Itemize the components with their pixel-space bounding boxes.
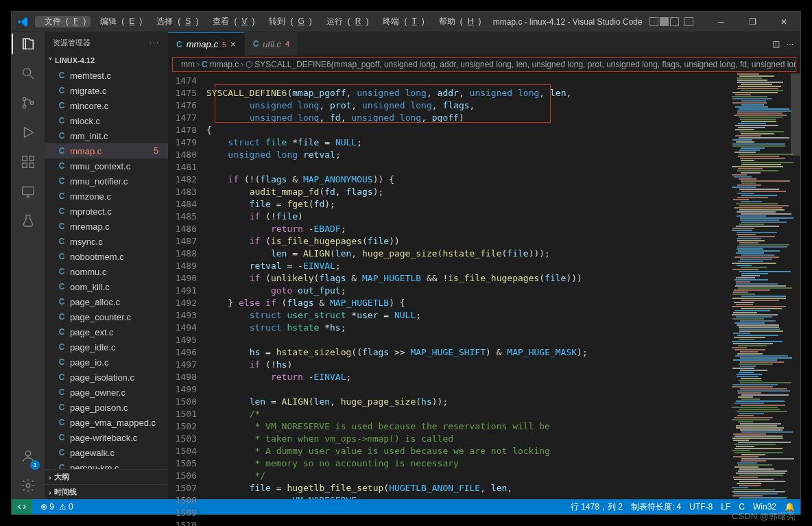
c-file-icon: C (57, 282, 67, 291)
c-file-icon: C (176, 40, 182, 49)
status-bar: ⊗ 9 ⚠ 0 行 1478，列 2 制表符长度: 4 UTF-8 LF C W… (12, 499, 800, 514)
titlebar: 文件(F) 编辑(E) 选择(S) 查看(V) 转到(G) 运行(R) 终端(T… (12, 12, 800, 32)
sidebar-folder-header[interactable]: ˅ LINUX-4.12 (45, 53, 168, 68)
status-problems[interactable]: ⊗ 9 ⚠ 0 (40, 502, 73, 512)
editor-tab[interactable]: Cmmap.c5× (168, 32, 245, 56)
file-item[interactable]: Cpage_idle.c (45, 339, 168, 355)
status-eol[interactable]: LF (721, 502, 730, 512)
sidebar-outline[interactable]: ›大纲 (45, 469, 168, 484)
minimap-slider[interactable] (791, 73, 800, 156)
c-file-icon: C (57, 191, 67, 201)
breadcrumbs[interactable]: mm › C mmap.c › ⬡ SYSCALL_DEFINE6(mmap_p… (172, 57, 796, 72)
menu-file[interactable]: 文件(F) (35, 16, 91, 27)
file-item[interactable]: Cpage_io.c (45, 355, 168, 370)
activity-account-icon[interactable]: 1 (21, 449, 36, 466)
file-item[interactable]: Cmemtest.c (45, 68, 168, 83)
file-item[interactable]: Cmlock.c (45, 113, 168, 128)
file-item[interactable]: Cnobootmem.c (45, 249, 168, 264)
file-item[interactable]: Cpage_ext.c (45, 324, 168, 339)
file-tree[interactable]: Cmemtest.cCmigrate.cCmincore.cCmlock.cCm… (45, 68, 168, 469)
file-item[interactable]: Cpage_poison.c (45, 400, 168, 415)
file-item[interactable]: Cmmu_context.c (45, 158, 168, 174)
menu-help[interactable]: 帮助(H) (429, 16, 486, 27)
maximize-button[interactable]: ❐ (739, 12, 766, 32)
c-file-icon: C (253, 39, 259, 49)
svg-rect-6 (23, 163, 27, 167)
activity-search-icon[interactable] (21, 66, 36, 83)
status-indentation[interactable]: 制表符长度: 4 (631, 501, 681, 513)
layout-controls[interactable] (649, 17, 693, 26)
line-number-gutter[interactable]: 1474 1475 1476 1477 1478 1479 1480 1481 … (168, 73, 206, 499)
problems-count: 5 (154, 146, 158, 156)
c-file-icon: C (57, 131, 67, 141)
file-item[interactable]: Cnommu.c (45, 264, 168, 279)
menu-view[interactable]: 查看(V) (203, 16, 259, 27)
file-item[interactable]: Cmm_init.c (45, 128, 168, 143)
close-button[interactable]: ✕ (770, 12, 798, 32)
svg-rect-4 (23, 156, 27, 160)
file-item[interactable]: Cmmap.c5 (45, 143, 168, 158)
minimap[interactable] (732, 73, 800, 499)
status-encoding[interactable]: UTF-8 (689, 502, 713, 512)
menu-selection[interactable]: 选择(S) (147, 16, 203, 27)
sidebar-explorer: 资源管理器 ··· ˅ LINUX-4.12 Cmemtest.cCmigrat… (45, 32, 168, 499)
file-item[interactable]: Cmigrate.c (45, 83, 168, 98)
file-item[interactable]: Cpage_vma_mapped.c (45, 415, 168, 430)
activity-debug-icon[interactable] (21, 125, 36, 142)
tab-close-icon[interactable]: × (230, 39, 236, 49)
activity-settings-icon[interactable] (21, 478, 36, 495)
menu-terminal[interactable]: 终端(T) (373, 16, 429, 27)
split-editor-icon[interactable]: ◫ (772, 39, 780, 49)
svg-point-1 (23, 97, 26, 101)
file-item[interactable]: Cpage_isolation.c (45, 370, 168, 385)
svg-point-0 (23, 69, 31, 76)
file-item[interactable]: Cpage_counter.c (45, 309, 168, 324)
editor-tab[interactable]: Cutil.c4 (245, 32, 299, 56)
sidebar-timeline[interactable]: ›时间线 (45, 484, 168, 499)
minimize-button[interactable]: ─ (707, 12, 735, 32)
file-item[interactable]: Cmremap.c (45, 219, 168, 234)
file-item[interactable]: Cmsync.c (45, 234, 168, 249)
code-content[interactable]: SYSCALL_DEFINE6(mmap_pgoff, unsigned lon… (206, 73, 732, 499)
file-item[interactable]: Coom_kill.c (45, 279, 168, 294)
status-remote[interactable] (12, 499, 32, 514)
account-badge: 1 (30, 460, 40, 470)
activity-extensions-icon[interactable] (21, 154, 36, 171)
file-item[interactable]: Cpercpu-km.c (45, 460, 168, 469)
highlight-annotation (215, 84, 551, 123)
c-file-icon: C (202, 60, 208, 69)
sidebar-title: 资源管理器 ··· (45, 32, 168, 53)
c-file-icon: C (57, 372, 67, 382)
activity-bar: 1 (12, 32, 45, 499)
c-file-icon: C (57, 86, 67, 95)
c-file-icon: C (57, 312, 67, 322)
menu-edit[interactable]: 编辑(E) (91, 16, 147, 27)
file-item[interactable]: Cmmu_notifier.c (45, 174, 168, 189)
c-file-icon: C (57, 206, 67, 216)
menu-run[interactable]: 运行(R) (317, 16, 374, 27)
menu-go[interactable]: 转到(G) (259, 16, 316, 27)
c-file-icon: C (57, 71, 67, 80)
file-item[interactable]: Cmincore.c (45, 98, 168, 113)
file-item[interactable]: Cpage-writeback.c (45, 430, 168, 445)
c-file-icon: C (57, 418, 67, 427)
activity-remote-icon[interactable] (21, 184, 36, 201)
c-file-icon: C (57, 297, 67, 307)
activity-scm-icon[interactable] (21, 95, 36, 112)
file-item[interactable]: Cpagewalk.c (45, 445, 168, 460)
c-file-icon: C (57, 342, 67, 352)
file-item[interactable]: Cpage_alloc.c (45, 294, 168, 309)
svg-point-9 (25, 451, 30, 456)
svg-point-10 (26, 483, 30, 488)
activity-explorer-icon[interactable] (21, 36, 36, 53)
status-cursor-position[interactable]: 行 1478，列 2 (571, 501, 623, 513)
more-actions-icon[interactable]: ··· (787, 39, 793, 49)
c-file-icon: C (57, 252, 67, 261)
sidebar-more-icon[interactable]: ··· (150, 38, 160, 47)
file-item[interactable]: Cpage_owner.c (45, 385, 168, 400)
c-file-icon: C (57, 237, 67, 246)
file-item[interactable]: Cmmzone.c (45, 189, 168, 204)
menubar: 文件(F) 编辑(E) 选择(S) 查看(V) 转到(G) 运行(R) 终端(T… (35, 16, 486, 27)
file-item[interactable]: Cmprotect.c (45, 204, 168, 219)
activity-testing-icon[interactable] (21, 213, 36, 230)
